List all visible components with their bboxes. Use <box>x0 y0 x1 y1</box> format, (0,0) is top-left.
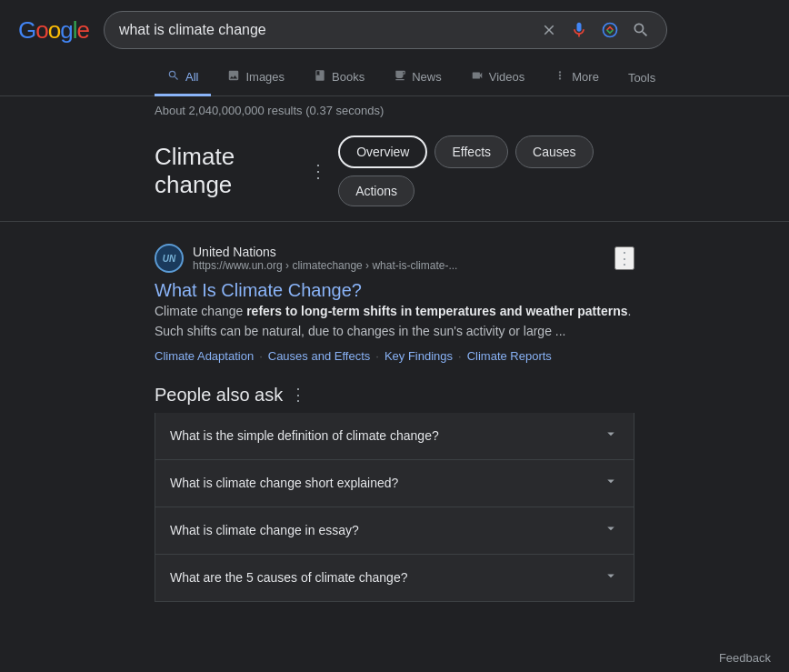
link-sep-2: · <box>458 349 462 363</box>
results-count: About 2,040,000,000 results (0.37 second… <box>155 104 384 117</box>
result-description: Climate change refers to long-term shift… <box>155 301 634 342</box>
chip-effects[interactable]: Effects <box>434 135 508 168</box>
svg-point-0 <box>603 24 616 37</box>
chevron-down-icon-2 <box>603 520 619 541</box>
link-sep-0: · <box>259 349 263 363</box>
paa-item-2[interactable]: What is climate change in essay? <box>155 507 634 555</box>
desc-bold: refers to long-term shifts in temperatur… <box>246 304 627 318</box>
tab-all-label: All <box>185 70 198 84</box>
tab-more[interactable]: More <box>541 60 612 96</box>
paa-item-3[interactable]: What are the 5 causes of climate change? <box>155 555 634 602</box>
people-also-ask: People also ask ⋮ What is the simple def… <box>0 377 789 617</box>
paa-item-1[interactable]: What is climate change short explained? <box>155 460 634 507</box>
news-icon <box>394 69 406 85</box>
logo-g2: g <box>60 16 72 44</box>
source-url: https://www.un.org › climatechange › wha… <box>193 259 457 272</box>
result-source: UN United Nations https://www.un.org › c… <box>155 244 634 273</box>
search-bar: what is climate change <box>104 11 667 49</box>
divider <box>0 221 789 222</box>
result-link-3[interactable]: Climate Reports <box>467 349 552 363</box>
videos-icon <box>471 69 484 85</box>
chevron-down-icon-0 <box>603 426 619 446</box>
search-result: UN United Nations https://www.un.org › c… <box>0 229 789 377</box>
knowledge-title: Climate change <box>155 143 298 199</box>
logo-o2: o <box>48 16 60 44</box>
images-icon <box>227 69 240 85</box>
knowledge-chips: Overview Effects Causes Actions <box>338 135 634 206</box>
source-more-button[interactable]: ⋮ <box>614 246 634 270</box>
paa-question-0: What is the simple definition of climate… <box>170 428 439 443</box>
all-icon <box>167 69 180 85</box>
result-links: Climate Adaptation · Causes and Effects … <box>155 349 634 363</box>
chip-overview[interactable]: Overview <box>338 135 427 168</box>
chip-actions[interactable]: Actions <box>338 176 414 206</box>
result-link-2[interactable]: Key Findings <box>385 349 453 363</box>
books-icon <box>314 69 326 85</box>
feedback-link[interactable]: Feedback <box>719 651 771 665</box>
paa-item-0[interactable]: What is the simple definition of climate… <box>155 413 634 460</box>
tab-images-label: Images <box>245 70 285 84</box>
clear-button[interactable] <box>539 20 559 40</box>
result-title[interactable]: What Is Climate Change? <box>155 280 362 300</box>
search-icons <box>539 19 652 41</box>
chevron-down-icon-3 <box>603 567 619 588</box>
logo-e: e <box>76 16 88 44</box>
header: Google what is climate change <box>0 0 789 60</box>
search-input[interactable]: what is climate change <box>119 22 532 38</box>
paa-title: People also ask <box>155 385 283 406</box>
paa-question-1: What is climate change short explained? <box>170 476 398 490</box>
lens-button[interactable] <box>599 19 621 41</box>
results-info: About 2,040,000,000 results (0.37 second… <box>0 96 789 125</box>
source-name: United Nations <box>193 245 457 259</box>
tools-button[interactable]: Tools <box>615 62 668 94</box>
knowledge-panel-row: Climate change ⋮ Overview Effects Causes… <box>0 125 789 214</box>
desc-prefix: Climate change <box>155 304 246 318</box>
paa-question-2: What is climate change in essay? <box>170 523 359 537</box>
tab-books[interactable]: Books <box>301 60 377 96</box>
search-button[interactable] <box>630 19 652 41</box>
tab-books-label: Books <box>332 70 365 84</box>
result-link-0[interactable]: Climate Adaptation <box>155 349 254 363</box>
knowledge-more-button[interactable]: ⋮ <box>309 160 327 182</box>
un-logo: UN <box>155 244 184 273</box>
mic-button[interactable] <box>568 19 590 41</box>
tab-videos[interactable]: Videos <box>458 60 538 96</box>
paa-more-button[interactable]: ⋮ <box>290 385 306 405</box>
source-info: United Nations https://www.un.org › clim… <box>193 245 457 272</box>
result-link-1[interactable]: Causes and Effects <box>268 349 371 363</box>
more-icon <box>554 69 566 85</box>
link-sep-1: · <box>375 349 379 363</box>
tab-more-label: More <box>572 70 599 84</box>
chevron-down-icon-1 <box>603 473 619 494</box>
footer: Feedback <box>701 644 789 672</box>
tab-all[interactable]: All <box>155 60 211 96</box>
google-logo: Google <box>18 16 89 45</box>
tab-images[interactable]: Images <box>215 60 297 96</box>
un-logo-text: UN <box>163 254 175 264</box>
nav-tabs: All Images Books News Videos More Tools <box>0 60 789 96</box>
logo-g: G <box>18 16 35 44</box>
tab-videos-label: Videos <box>489 70 525 84</box>
paa-header: People also ask ⋮ <box>155 385 634 406</box>
tab-news-label: News <box>412 70 442 84</box>
chip-causes[interactable]: Causes <box>515 135 593 168</box>
paa-question-3: What are the 5 causes of climate change? <box>170 570 407 585</box>
logo-o1: o <box>35 16 47 44</box>
tab-news[interactable]: News <box>381 60 454 96</box>
